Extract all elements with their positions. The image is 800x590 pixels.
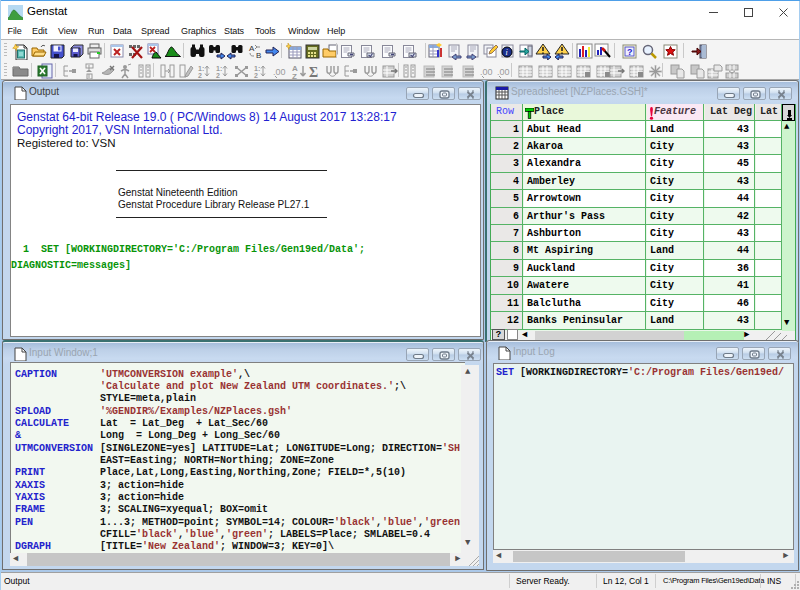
svg-text:B: B	[256, 51, 261, 60]
svg-text:2: 2	[198, 72, 202, 79]
svg-text:2: 2	[254, 72, 258, 79]
svg-text:.00: .00	[480, 67, 493, 77]
svg-text:1:: 1:	[198, 65, 204, 72]
svg-text:.00: .00	[273, 67, 286, 77]
svg-text:A: A	[249, 44, 255, 53]
svg-text:.00: .00	[497, 67, 510, 77]
svg-text:2: 2	[216, 72, 220, 79]
svg-text:?: ?	[627, 47, 633, 57]
svg-text:1:: 1:	[254, 65, 260, 72]
svg-text:Σ: Σ	[309, 65, 318, 80]
svg-text:1:: 1:	[216, 65, 222, 72]
svg-text:i: i	[506, 48, 508, 57]
